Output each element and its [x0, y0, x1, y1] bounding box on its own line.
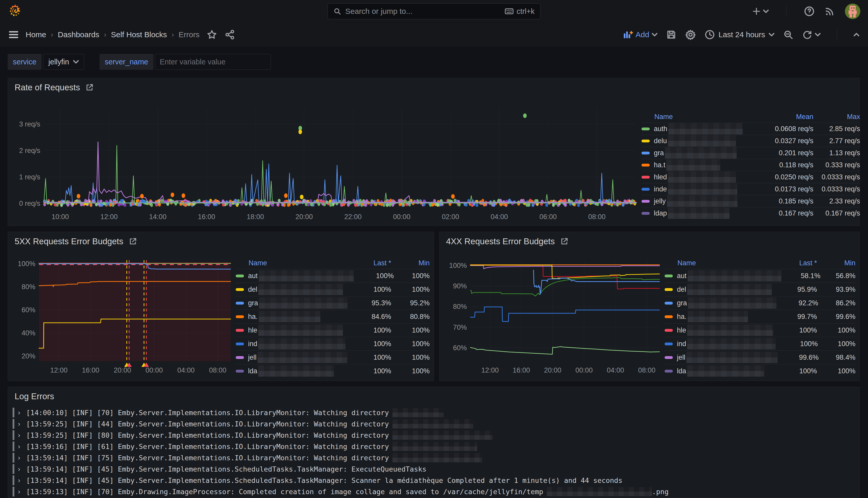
series-value-1: 0.0327 req/s — [754, 137, 813, 145]
panel-title-text: 4XX Requests Error Budgets — [446, 237, 555, 246]
redacted-text — [392, 453, 482, 462]
legend-row[interactable]: jell100%100% — [236, 351, 430, 364]
panel-5xx-error-budgets: 5XX Requests Error Budgets 12:0016:0020:… — [8, 232, 434, 381]
breadcrumb-folder[interactable]: Self Host Blocks — [111, 30, 167, 39]
timeseries-chart-4xx[interactable]: 12:0016:0020:0000:0004:0008:0060%70%80%9… — [443, 252, 662, 379]
legend-col-1[interactable]: Last * — [774, 259, 817, 267]
legend-row[interactable]: lda100%100% — [665, 364, 855, 378]
panel-title[interactable]: 4XX Requests Error Budgets — [446, 237, 569, 246]
legend-row[interactable]: jelly0.185 req/s2.33 req/s — [641, 195, 860, 207]
variable-service-select[interactable]: jellyfin — [43, 54, 84, 70]
timeseries-chart-rate[interactable]: 10:0012:0014:0016:0018:0020:0022:0000:00… — [14, 100, 639, 224]
legend-row[interactable]: hle100%100% — [665, 323, 855, 337]
new-button[interactable] — [752, 7, 769, 16]
save-icon[interactable] — [666, 29, 677, 40]
legend-col-name[interactable]: Name — [641, 113, 673, 121]
legend-row[interactable]: ha.t0.118 req/s0.333 req/s — [641, 159, 860, 171]
grafana-logo-icon[interactable] — [8, 4, 23, 19]
legend-row[interactable]: aut100%100% — [236, 269, 430, 283]
zoom-out-icon[interactable] — [783, 29, 793, 40]
legend-header: NameLast *Min — [665, 257, 855, 269]
log-expand-icon[interactable]: › — [18, 454, 23, 462]
legend-row[interactable]: inde0.0173 req/s0.0333 req/s — [641, 183, 860, 195]
log-expand-icon[interactable]: › — [18, 431, 23, 439]
log-row[interactable]: ›[13:59:25] [INF] [44] Emby.Server.Imple… — [13, 418, 855, 430]
log-expand-icon[interactable]: › — [18, 409, 23, 417]
legend-row[interactable]: ind100%100% — [665, 337, 855, 351]
svg-text:00:00: 00:00 — [575, 366, 593, 374]
series-name: ind — [677, 340, 686, 348]
legend-row[interactable]: del95.9%93.9% — [665, 283, 855, 296]
log-expand-icon[interactable]: › — [18, 488, 23, 496]
legend-row[interactable]: del100%100% — [236, 283, 430, 296]
legend-row[interactable]: ind100%100% — [236, 337, 430, 351]
user-avatar[interactable] — [845, 4, 860, 19]
series-name: hle — [248, 326, 257, 334]
settings-gear-icon[interactable] — [685, 29, 696, 40]
log-row[interactable]: ›[13:59:14] [INF] [45] Emby.Server.Imple… — [13, 463, 855, 475]
panel-title[interactable]: Rate of Requests — [15, 83, 94, 92]
log-row[interactable]: ›[14:00:10] [INF] [70] Emby.Server.Imple… — [13, 407, 855, 418]
news-rss-icon[interactable] — [824, 6, 835, 17]
legend-row[interactable]: lda100%100% — [236, 364, 430, 378]
redacted-name — [687, 325, 773, 336]
log-row[interactable]: ›[13:59:13] [INF] [70] Emby.Drawing.Imag… — [13, 486, 855, 497]
refresh-icon — [802, 29, 812, 40]
series-color-pill — [641, 152, 650, 155]
legend-row[interactable]: hle100%100% — [236, 323, 430, 337]
breadcrumb-dashboards[interactable]: Dashboards — [58, 30, 99, 39]
variable-server-name-input[interactable] — [155, 54, 271, 70]
help-icon[interactable] — [804, 6, 815, 17]
kiosk-chevron-up-icon[interactable] — [854, 33, 859, 37]
legend-row[interactable]: ha.99.7%99.6% — [665, 310, 855, 323]
series-color-pill — [665, 329, 673, 332]
legend-row[interactable]: aut58.1%56.8% — [665, 269, 855, 283]
redacted-name — [668, 171, 736, 183]
panel-title[interactable]: Log Errors — [15, 392, 54, 401]
log-row[interactable]: ›[13:59:25] [INF] [80] Emby.Server.Imple… — [13, 430, 855, 441]
legend-row[interactable]: gra92.2%86.2% — [665, 296, 855, 310]
legend-col-name[interactable]: Name — [665, 259, 696, 267]
log-expand-icon[interactable]: › — [18, 465, 23, 473]
legend-row[interactable]: hled0.0250 req/s0.0333 req/s — [641, 171, 860, 183]
log-row[interactable]: ›[13:59:14] [INF] [45] Emby.Server.Imple… — [13, 475, 855, 486]
refresh-button[interactable] — [802, 29, 820, 40]
legend-col-1[interactable]: Mean — [754, 113, 813, 121]
legend-row[interactable]: ldap0.167 req/s0.167 req/s — [641, 207, 860, 219]
series-value-1: 100% — [348, 326, 391, 334]
log-expand-icon[interactable]: › — [18, 443, 23, 450]
series-color-pill — [641, 176, 650, 179]
legend-row[interactable]: jell99.6%98.4% — [665, 351, 855, 364]
timeseries-chart-5xx[interactable]: 12:0016:0020:0000:0004:0008:0020%40%60%8… — [12, 252, 233, 379]
external-link-icon[interactable] — [560, 237, 569, 246]
add-panel-button[interactable]: Add — [623, 30, 657, 39]
legend-row[interactable]: delu0.0327 req/s2.77 req/s — [641, 135, 860, 147]
legend-col-2[interactable]: Min — [817, 259, 855, 267]
mega-menu-icon[interactable] — [9, 31, 18, 39]
log-row[interactable]: ›[13:59:16] [INF] [61] Emby.Server.Imple… — [13, 441, 855, 452]
redacted-name — [687, 338, 776, 350]
log-expand-icon[interactable]: › — [18, 476, 23, 484]
global-search[interactable]: ctrl+k — [328, 3, 540, 19]
log-expand-icon[interactable]: › — [18, 420, 23, 428]
series-value-2: 100% — [818, 340, 855, 348]
legend-row[interactable]: gra0.201 req/s1.13 req/s — [641, 147, 860, 159]
external-link-icon[interactable] — [129, 237, 137, 246]
external-link-icon[interactable] — [85, 83, 94, 92]
star-icon[interactable] — [207, 29, 217, 40]
time-range-picker[interactable]: Last 24 hours — [705, 29, 774, 40]
legend-col-name[interactable]: Name — [236, 259, 267, 267]
panel-title[interactable]: 5XX Requests Error Budgets — [15, 237, 137, 246]
log-row[interactable]: ›[13:59:14] [INF] [75] Emby.Server.Imple… — [13, 452, 855, 463]
legend-col-2[interactable]: Max — [813, 113, 860, 121]
legend-row[interactable]: auth0.0608 req/s2.85 req/s — [641, 123, 860, 135]
legend-col-1[interactable]: Last * — [348, 259, 391, 267]
breadcrumb-home[interactable]: Home — [26, 30, 46, 39]
legend-header: NameMeanMax — [641, 111, 860, 123]
share-icon[interactable] — [225, 29, 235, 40]
legend-col-2[interactable]: Min — [391, 259, 430, 267]
search-input[interactable] — [345, 7, 501, 16]
legend-row[interactable]: ha.84.6%80.8% — [236, 310, 430, 323]
variable-service-value: jellyfin — [49, 58, 69, 66]
legend-row[interactable]: gra95.3%95.2% — [236, 296, 430, 310]
